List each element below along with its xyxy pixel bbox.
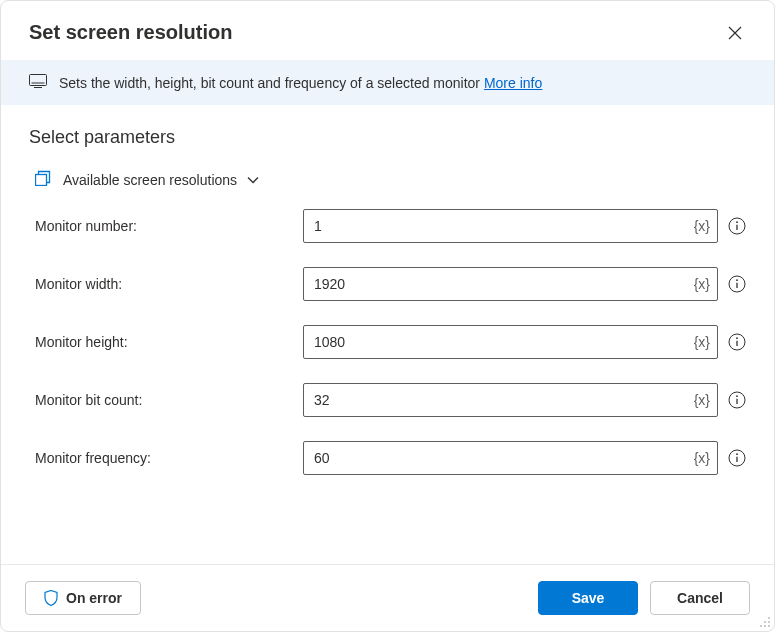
info-banner-text: Sets the width, height, bit count and fr… — [59, 75, 542, 91]
variable-group-icon — [35, 170, 53, 189]
svg-point-21 — [768, 621, 770, 623]
dialog-footer: On error Save Cancel — [1, 564, 774, 631]
monitor-bit-count-label: Monitor bit count: — [35, 392, 303, 408]
info-icon[interactable] — [728, 333, 746, 351]
monitor-bit-count-input-wrapper: {x} — [303, 383, 746, 417]
dialog-header: Set screen resolution — [1, 1, 774, 60]
monitor-bit-count-row: Monitor bit count: {x} — [29, 383, 746, 417]
dialog-content: Select parameters Available screen resol… — [1, 105, 774, 564]
close-button[interactable] — [724, 22, 746, 44]
monitor-number-input[interactable] — [303, 209, 718, 243]
svg-point-19 — [768, 617, 770, 619]
svg-point-24 — [768, 625, 770, 627]
variable-picker-button[interactable]: {x} — [694, 392, 710, 408]
monitor-width-input-wrapper: {x} — [303, 267, 746, 301]
resize-grip[interactable] — [758, 615, 772, 629]
on-error-label: On error — [66, 590, 122, 606]
monitor-bit-count-input[interactable] — [303, 383, 718, 417]
monitor-height-input-wrapper: {x} — [303, 325, 746, 359]
svg-point-20 — [764, 621, 766, 623]
svg-rect-3 — [36, 175, 47, 186]
monitor-frequency-input[interactable] — [303, 441, 718, 475]
variable-picker-button[interactable]: {x} — [694, 334, 710, 350]
close-icon — [728, 26, 742, 40]
monitor-number-label: Monitor number: — [35, 218, 303, 234]
info-banner: Sets the width, height, bit count and fr… — [1, 60, 774, 105]
info-icon[interactable] — [728, 449, 746, 467]
monitor-number-input-wrapper: {x} — [303, 209, 746, 243]
svg-point-14 — [736, 395, 738, 397]
chevron-down-icon — [247, 176, 259, 184]
monitor-width-row: Monitor width: {x} — [29, 267, 746, 301]
info-icon[interactable] — [728, 217, 746, 235]
monitor-frequency-input-wrapper: {x} — [303, 441, 746, 475]
svg-point-5 — [736, 221, 738, 223]
svg-point-17 — [736, 453, 738, 455]
variable-picker-button[interactable]: {x} — [694, 218, 710, 234]
info-icon[interactable] — [728, 275, 746, 293]
monitor-frequency-row: Monitor frequency: {x} — [29, 441, 746, 475]
monitor-frequency-label: Monitor frequency: — [35, 450, 303, 466]
more-info-link[interactable]: More info — [484, 75, 542, 91]
variable-picker-button[interactable]: {x} — [694, 276, 710, 292]
cancel-label: Cancel — [677, 590, 723, 606]
svg-point-8 — [736, 279, 738, 281]
footer-actions: Save Cancel — [538, 581, 750, 615]
monitor-icon — [29, 74, 47, 91]
banner-description: Sets the width, height, bit count and fr… — [59, 75, 484, 91]
cancel-button[interactable]: Cancel — [650, 581, 750, 615]
section-title: Select parameters — [29, 127, 746, 148]
monitor-width-label: Monitor width: — [35, 276, 303, 292]
save-label: Save — [572, 590, 605, 606]
dialog-container: Set screen resolution Sets the width, he… — [0, 0, 775, 632]
monitor-height-label: Monitor height: — [35, 334, 303, 350]
on-error-button[interactable]: On error — [25, 581, 141, 615]
dialog-title: Set screen resolution — [29, 21, 232, 44]
save-button[interactable]: Save — [538, 581, 638, 615]
monitor-height-input[interactable] — [303, 325, 718, 359]
svg-rect-0 — [30, 75, 47, 86]
info-icon[interactable] — [728, 391, 746, 409]
svg-point-22 — [760, 625, 762, 627]
svg-point-11 — [736, 337, 738, 339]
monitor-height-row: Monitor height: {x} — [29, 325, 746, 359]
monitor-number-row: Monitor number: {x} — [29, 209, 746, 243]
monitor-width-input[interactable] — [303, 267, 718, 301]
available-resolutions-toggle[interactable]: Available screen resolutions — [29, 170, 746, 189]
svg-point-23 — [764, 625, 766, 627]
available-resolutions-label: Available screen resolutions — [63, 172, 237, 188]
variable-picker-button[interactable]: {x} — [694, 450, 710, 466]
shield-icon — [44, 590, 58, 606]
